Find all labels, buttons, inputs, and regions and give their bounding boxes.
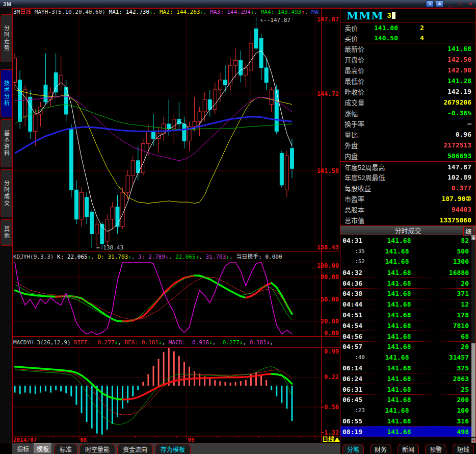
- panel-tab-新闻[interactable]: 新闻: [398, 444, 419, 454]
- tick-row[interactable]: 04:36141.6820: [340, 278, 472, 288]
- tick-row[interactable]: 08:19141.68498: [340, 426, 472, 437]
- tick-price: 141.68: [371, 269, 427, 276]
- chart-canvas[interactable]: 147.87144.72141.58138.43100.0080.0050.00…: [12, 8, 340, 443]
- axis-label: 80.00: [321, 273, 339, 281]
- axis-label: 0.22: [324, 373, 339, 381]
- panel-tab-短线[interactable]: 短线: [453, 444, 474, 454]
- tick-row[interactable]: :23141.68100: [340, 405, 472, 416]
- ask-qty: 2: [420, 24, 424, 32]
- tick-price: 141.68: [369, 407, 425, 414]
- quote-row-label: 开盘价: [345, 55, 364, 64]
- tray-icon-a[interactable]: A: [436, 1, 443, 7]
- quote-row: 内盘506693: [340, 150, 475, 161]
- tick-list[interactable]: 04:31141.6882:35141.68500:52141.68130004…: [340, 235, 472, 437]
- quote-row-value: 147.87: [447, 163, 471, 171]
- period-label[interactable]: 日线: [322, 436, 334, 443]
- template-tab[interactable]: 资金流向: [117, 444, 153, 454]
- scroll-up-icon[interactable]: ▲: [471, 235, 475, 240]
- tick-row[interactable]: 06:24141.682863: [340, 373, 472, 384]
- quote-row: 年度52周最高147.87: [340, 161, 475, 172]
- tick-row[interactable]: 06:45141.68200: [340, 394, 472, 405]
- tick-time: 06:55: [340, 417, 371, 425]
- tick-volume: 498: [457, 428, 472, 436]
- tick-row[interactable]: 04:54141.687810: [340, 320, 472, 331]
- sidebar-tab-4[interactable]: 分时成交: [1, 169, 12, 217]
- quote-row: 量比0.96: [340, 129, 475, 140]
- quote-row: 成交量2679206: [340, 97, 475, 108]
- quote-row-label: 最高价: [345, 65, 364, 75]
- template-tab[interactable]: 标准: [54, 444, 77, 454]
- axis-label: 20.00: [321, 318, 339, 325]
- bid-ask-box: 卖价 141.00 2 买价 140.50 4: [340, 22, 475, 43]
- x-axis-label: 08: [80, 437, 87, 443]
- tick-row[interactable]: 04:32141.6816880: [340, 267, 472, 278]
- panel-tab-预警[interactable]: 预警: [425, 444, 446, 454]
- template-tab[interactable]: 时空量能: [80, 444, 115, 454]
- tick-row[interactable]: 04:56141.6868: [340, 331, 472, 341]
- tick-row[interactable]: :40141.6831457: [340, 352, 472, 363]
- bid-qty: 4: [420, 34, 424, 42]
- symbol-code-input[interactable]: 3: [387, 11, 391, 19]
- tick-scrollbar[interactable]: ▲ ▼: [471, 235, 475, 443]
- scrollbar-thumb[interactable]: [471, 343, 475, 437]
- tick-row[interactable]: 06:14141.68375: [340, 363, 472, 373]
- quote-row: 每股收益0.377: [340, 183, 475, 193]
- toolbar-button-模板[interactable]: 模板: [34, 443, 52, 454]
- sidebar-tab-5[interactable]: 其他: [1, 219, 12, 246]
- tick-time: 06:31: [340, 386, 371, 393]
- sidebar-tab-3[interactable]: 基本资料: [1, 119, 12, 167]
- quote-row: 开盘价142.50: [340, 54, 475, 65]
- quote-row-value: 102.89: [447, 173, 471, 181]
- tick-row[interactable]: 04:57141.6820: [340, 341, 472, 352]
- tick-volume: 316: [457, 417, 472, 425]
- close-icon[interactable]: ✕: [467, 1, 474, 7]
- quote-row: 最新价141.68: [340, 43, 475, 54]
- quote-row-value: 142.19: [447, 88, 471, 95]
- quote-row-label: 每股收益: [345, 183, 371, 193]
- tick-list-header: 分时成交 细: [340, 225, 475, 235]
- axis-label: 100.00: [317, 262, 339, 269]
- quote-row-value: 506693: [447, 152, 471, 160]
- quote-row-value: 187.90②: [441, 195, 471, 203]
- tick-price: 141.68: [371, 322, 427, 330]
- tray-icon-1[interactable]: 1: [426, 1, 434, 7]
- maximize-icon[interactable]: □: [457, 1, 464, 7]
- tick-row[interactable]: 04:44141.6812: [340, 299, 472, 310]
- ask-row: 卖价 141.00 2: [340, 22, 475, 33]
- tick-row[interactable]: 06:31141.6825: [340, 384, 472, 394]
- quote-panel: MMM 3 卖价 141.00 2 买价 140.50 4 最新价141.68开…: [340, 8, 476, 443]
- quote-row-label: 昨收价: [345, 87, 364, 96]
- tick-volume: 100: [457, 407, 472, 414]
- quote-row-value: 2172513: [443, 141, 471, 149]
- chart-area[interactable]: 3M日线 MAYH-3(5,10,20,40,60) MA1: 142.730↓…: [12, 8, 340, 443]
- tick-time: 04:36: [340, 280, 371, 287]
- tick-volume: 68: [461, 333, 472, 340]
- tick-price: 141.68: [371, 364, 427, 372]
- quote-row-value: 13375060: [439, 216, 471, 224]
- quote-row-value: 0.96: [456, 131, 471, 138]
- sidebar-tab-2[interactable]: 技术分析: [1, 69, 12, 117]
- tick-time: :40: [340, 354, 369, 361]
- tick-row[interactable]: :35141.68500: [340, 246, 472, 257]
- quote-row-value: 141.28: [447, 77, 471, 85]
- tick-row[interactable]: :52141.681300: [340, 257, 472, 267]
- tick-row[interactable]: 04:31141.6882: [340, 235, 472, 246]
- minimize-icon[interactable]: _: [446, 1, 454, 7]
- quote-row-label: 成交量: [345, 97, 364, 107]
- tick-volume: 500: [457, 247, 472, 255]
- low-annotation: ←-138.43: [96, 244, 123, 251]
- left-sidebar: 分时走势技术分析基本资料分时成交其他: [0, 8, 12, 443]
- tick-time: 06:24: [340, 375, 371, 383]
- sidebar-tab-1[interactable]: 分时走势: [1, 14, 12, 62]
- panel-tab-财务[interactable]: 财务: [370, 444, 391, 454]
- tick-row[interactable]: 04:38141.68371: [340, 288, 472, 299]
- toolbar-button-指标[interactable]: 指标: [14, 444, 32, 453]
- tick-row[interactable]: 06:55141.68316: [340, 416, 472, 426]
- quote-row-label: 外盘: [345, 140, 358, 150]
- trading-terminal: 3M 1 A _ □ ✕ 分时走势技术分析基本资料分时成交其他 3M日线 MAY…: [0, 0, 476, 454]
- window-title: 3M: [0, 1, 12, 7]
- tick-volume: 1300: [453, 258, 472, 265]
- panel-tab-分笔[interactable]: 分笔: [342, 444, 364, 454]
- template-tab[interactable]: 存为模板: [155, 444, 191, 454]
- tick-row[interactable]: 04:51141.68178: [340, 310, 472, 320]
